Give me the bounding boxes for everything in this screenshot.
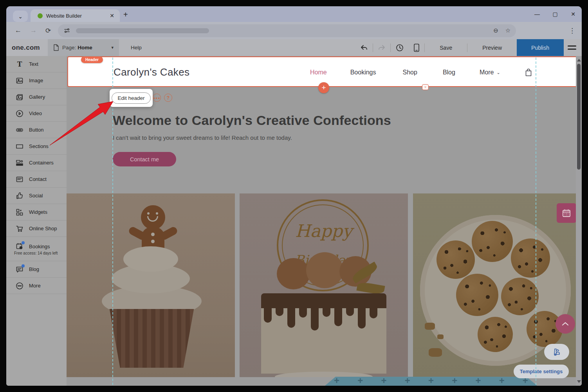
more-icon <box>16 282 23 290</box>
more-options-icon[interactable]: ●●● <box>153 94 161 102</box>
undo-button[interactable] <box>360 44 368 51</box>
back-button[interactable]: ← <box>15 27 22 34</box>
help-question-icon[interactable]: ? <box>164 94 172 102</box>
bookings-calendar-icon <box>16 242 23 250</box>
url-field[interactable]: ⊖ ☆ <box>58 24 516 37</box>
nav-link-shop[interactable]: Shop <box>403 69 417 76</box>
cart-icon <box>16 225 23 233</box>
preview-button[interactable]: Preview <box>467 45 517 51</box>
redo-button[interactable] <box>378 44 386 51</box>
collapse-header-handle[interactable]: ▿ <box>422 84 429 90</box>
save-button[interactable]: Save <box>425 45 467 51</box>
page-caret-icon: ▾ <box>111 45 114 50</box>
page-value: Home <box>78 45 92 51</box>
scroll-to-top-button[interactable] <box>556 314 575 334</box>
text-icon: T <box>16 60 23 68</box>
bookings-trial-note: Free access: 14 days left <box>6 251 67 255</box>
template-settings-button[interactable]: Template settings <box>514 365 569 378</box>
cake-topper-text: Happy <box>240 221 408 241</box>
scrollbar-thumb[interactable] <box>577 64 581 170</box>
sidebar-item-widgets[interactable]: Widgets <box>6 204 67 220</box>
forward-button[interactable]: → <box>30 27 37 34</box>
nav-link-blog[interactable]: Blog <box>443 69 455 76</box>
scrollbar-up-arrow[interactable] <box>577 59 581 61</box>
sidebar-item-more[interactable]: More <box>6 278 67 294</box>
screenshot-frame: ⌄ Website Builder ✕ + — ▢ ✕ ← → ⟳ <box>0 0 588 392</box>
menu-hamburger-icon[interactable] <box>568 45 576 50</box>
address-bar: ← → ⟳ ⊖ ☆ ⋮ <box>6 22 582 39</box>
tab-close-icon[interactable]: ✕ <box>108 13 116 19</box>
tab-favicon <box>38 13 43 18</box>
maximize-button[interactable]: ▢ <box>552 11 558 17</box>
button-icon <box>16 126 23 134</box>
site-settings-icon[interactable] <box>63 27 70 34</box>
shopping-bag-icon[interactable] <box>525 68 532 77</box>
chevron-down-icon: ⌄ <box>18 13 23 20</box>
layout-guide-right <box>536 58 536 385</box>
page-selector[interactable]: Page: Home ▾ <box>48 39 119 56</box>
blog-icon <box>16 266 23 273</box>
site-navigation: Home Bookings Shop Blog More ⌄ <box>310 68 532 77</box>
next-section-peek: +++++++++ <box>325 377 537 386</box>
sidebar-item-bookings[interactable]: Bookings Free access: 14 days left <box>6 237 67 261</box>
photo-birthday-cake[interactable]: Happy Birthday <box>240 193 408 377</box>
new-tab-button[interactable]: + <box>123 10 128 19</box>
gallery-icon <box>16 93 23 101</box>
zoom-out-icon[interactable]: ⊖ <box>493 27 498 34</box>
nav-link-bookings[interactable]: Bookings <box>350 69 376 76</box>
sidebar-item-social[interactable]: Social <box>6 188 67 204</box>
widgets-icon <box>16 208 23 216</box>
nav-link-more[interactable]: More <box>480 69 494 76</box>
sidebar-item-image[interactable]: Image <box>6 72 67 89</box>
sidebar-item-text[interactable]: T Text <box>6 56 67 72</box>
onecom-logo: one.com <box>12 44 40 52</box>
page-label: Page: <box>62 45 76 51</box>
color-palette-button[interactable] <box>544 344 569 360</box>
contact-me-button[interactable]: Contact me <box>113 152 176 166</box>
hero-heading[interactable]: Welcome to Carolyn's Creative Confection… <box>113 113 391 128</box>
notification-dot <box>22 264 25 267</box>
sidebar-item-online-shop[interactable]: Online Shop <box>6 220 67 237</box>
browser-menu-icon[interactable]: ⋮ <box>569 27 575 35</box>
close-button[interactable]: ✕ <box>570 11 576 17</box>
sidebar-item-blog[interactable]: Blog <box>6 261 67 278</box>
page-icon <box>53 44 59 51</box>
photo-gingerbread-cupcake[interactable] <box>67 193 235 377</box>
add-section-button[interactable]: + <box>318 82 329 93</box>
containers-icon <box>16 159 23 167</box>
minimize-button[interactable]: — <box>534 11 540 17</box>
image-icon <box>16 77 23 85</box>
hero-subtitle[interactable]: I can't wait to bring your sweet dreams … <box>113 134 292 141</box>
sidebar-item-contact[interactable]: Contact <box>6 171 67 188</box>
thumbs-up-icon <box>16 192 23 200</box>
chevron-down-icon: ⌄ <box>496 70 500 75</box>
scrollbar-down-arrow[interactable] <box>577 380 581 383</box>
edit-header-button[interactable]: Edit header <box>112 92 150 104</box>
publish-button[interactable]: Publish <box>517 39 564 56</box>
contact-icon <box>16 175 23 183</box>
site-title[interactable]: Carolyn's Cakes <box>114 66 189 78</box>
builder-toolbar: one.com Page: Home ▾ Help <box>6 39 582 56</box>
window-controls: — ▢ ✕ <box>534 6 576 22</box>
mobile-preview-button[interactable] <box>413 43 420 52</box>
edit-header-card: Edit header <box>110 89 153 107</box>
annotation-arrow <box>47 100 114 147</box>
notification-dot <box>22 241 25 244</box>
canvas-scrollbar[interactable] <box>576 56 582 386</box>
help-button[interactable]: Help <box>131 45 142 51</box>
tab-strip: ⌄ Website Builder ✕ + — ▢ ✕ <box>6 6 582 22</box>
booking-calendar-button[interactable] <box>557 203 576 223</box>
reload-button[interactable]: ⟳ <box>45 27 51 35</box>
tab-search-button[interactable]: ⌄ <box>13 11 28 22</box>
nav-link-home[interactable]: Home <box>310 69 327 76</box>
tab-title: Website Builder <box>46 13 108 19</box>
main-area: T Text Image Gallery Video <box>6 56 582 386</box>
history-button[interactable] <box>395 43 404 52</box>
sidebar-item-containers[interactable]: Containers <box>6 155 67 171</box>
browser-tab[interactable]: Website Builder ✕ <box>31 9 120 22</box>
sections-icon <box>16 143 23 150</box>
bookmark-star-icon[interactable]: ☆ <box>505 27 510 34</box>
video-icon <box>16 110 23 117</box>
blurred-url <box>76 28 209 33</box>
browser-window: ⌄ Website Builder ✕ + — ▢ ✕ ← → ⟳ <box>6 6 582 386</box>
